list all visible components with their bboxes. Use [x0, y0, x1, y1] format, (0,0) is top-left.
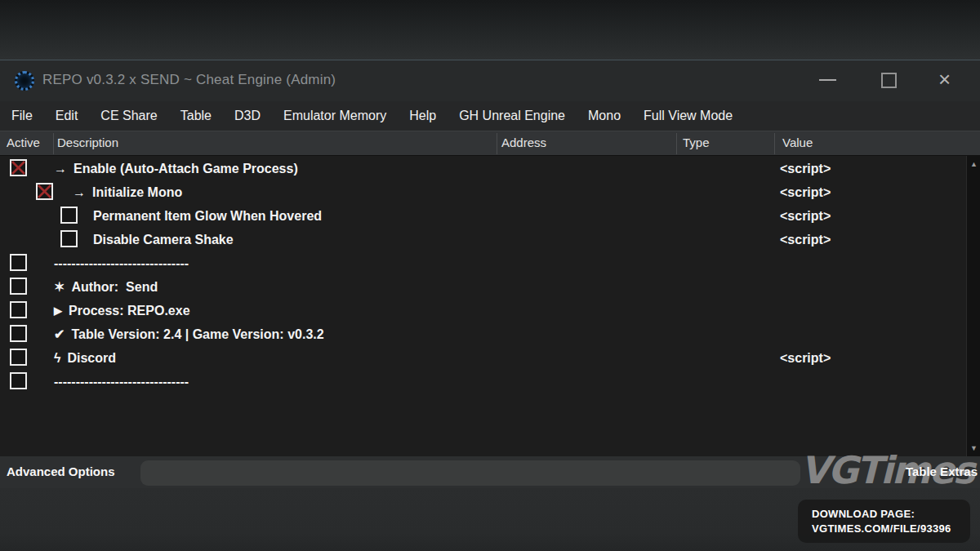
bolt-icon: ϟ: [54, 349, 60, 367]
table-row-version[interactable]: ✔ Table Version: 2.4 | Game Version: v0.…: [0, 322, 980, 346]
row-description: Author: Send: [71, 278, 158, 296]
row-description: Table Version: 2.4 | Game Version: v0.3.…: [71, 325, 323, 344]
status-strip: [140, 460, 800, 486]
desktop-background: [0, 0, 980, 60]
title-bar[interactable]: REPO v0.3.2 x SEND ~ Cheat Engine (Admin…: [0, 60, 980, 101]
column-header-active[interactable]: Active: [7, 136, 40, 149]
column-divider[interactable]: [53, 133, 54, 154]
column-divider[interactable]: [676, 133, 677, 154]
table-row-process[interactable]: ▶ Process: REPO.exe: [0, 299, 980, 322]
menu-mono[interactable]: Mono: [588, 109, 621, 123]
row-value: <script>: [780, 349, 831, 367]
active-checkbox[interactable]: [60, 230, 78, 247]
table-row-enable[interactable]: → Enable (Auto-Attach Game Process) <scr…: [0, 157, 980, 180]
menu-bar: File Edit CE Share Table D3D Emulator Me…: [0, 101, 980, 131]
column-header-address[interactable]: Address: [501, 136, 546, 149]
table-row-item-glow[interactable]: Permanent Item Glow When Hovered <script…: [0, 204, 980, 228]
menu-file[interactable]: File: [11, 109, 33, 123]
column-divider[interactable]: [774, 133, 775, 154]
column-header-value[interactable]: Value: [782, 136, 813, 149]
advanced-options-button[interactable]: Advanced Options: [7, 464, 115, 478]
row-description: -------------------------------: [54, 254, 189, 273]
row-value: <script>: [780, 207, 831, 225]
table-row-separator[interactable]: -------------------------------: [0, 370, 980, 393]
download-page-label: DOWNLOAD PAGE:: [812, 507, 960, 522]
table-row-discord[interactable]: ϟ Discord <script>: [0, 346, 980, 370]
active-checkbox[interactable]: [10, 372, 27, 389]
close-button[interactable]: ×: [938, 67, 951, 91]
active-checkbox[interactable]: [10, 325, 27, 342]
cheat-engine-icon: [15, 71, 34, 91]
arrow-right-icon: →: [73, 183, 86, 202]
check-icon: ✔: [54, 325, 65, 344]
table-row-initialize-mono[interactable]: → Initialize Mono <script>: [0, 180, 980, 204]
column-header-type[interactable]: Type: [683, 136, 710, 149]
vertical-scrollbar[interactable]: ▲ ▼: [966, 156, 980, 456]
active-checkbox[interactable]: [36, 183, 53, 200]
menu-emulator-memory[interactable]: Emulator Memory: [283, 109, 386, 123]
active-checkbox[interactable]: [10, 254, 27, 271]
table-extras-button[interactable]: Table Extras: [906, 464, 978, 478]
cheat-table: → Enable (Auto-Attach Game Process) <scr…: [0, 156, 980, 456]
maximize-button[interactable]: [881, 73, 897, 88]
scroll-up-button[interactable]: ▲: [967, 156, 980, 172]
active-checkbox[interactable]: [10, 349, 27, 366]
arrow-right-icon: →: [54, 159, 67, 178]
menu-table[interactable]: Table: [180, 109, 212, 123]
row-description: -------------------------------: [54, 372, 189, 391]
triangle-right-icon: ▶: [54, 301, 62, 320]
row-description: Initialize Mono: [92, 183, 182, 202]
table-row-separator[interactable]: -------------------------------: [0, 251, 980, 275]
row-description: Permanent Item Glow When Hovered: [93, 207, 322, 225]
row-description: Discord: [67, 349, 116, 367]
download-page-url: VGTIMES.COM/FILE/93396: [812, 522, 960, 536]
table-header: Active Description Address Type Value: [0, 131, 980, 156]
column-header-description[interactable]: Description: [57, 136, 118, 149]
row-description: Process: REPO.exe: [69, 301, 190, 320]
table-row-camera-shake[interactable]: Disable Camera Shake <script>: [0, 228, 980, 251]
active-checkbox[interactable]: [60, 207, 78, 224]
column-divider[interactable]: [497, 133, 497, 154]
menu-full-view-mode[interactable]: Full View Mode: [644, 109, 733, 123]
active-checkbox[interactable]: [10, 301, 27, 318]
row-value: <script>: [780, 159, 831, 178]
menu-ce-share[interactable]: CE Share: [100, 109, 157, 123]
star-icon: ✶: [54, 278, 65, 296]
row-description: Disable Camera Shake: [93, 230, 234, 249]
minimize-button[interactable]: [819, 79, 836, 81]
table-row-author[interactable]: ✶ Author: Send: [0, 275, 980, 299]
active-checkbox[interactable]: [10, 278, 27, 295]
menu-gh-unreal-engine[interactable]: GH Unreal Engine: [459, 109, 565, 123]
active-checkbox[interactable]: [10, 159, 27, 176]
menu-edit[interactable]: Edit: [56, 109, 78, 123]
window-title: REPO v0.3.2 x SEND ~ Cheat Engine (Admin…: [42, 72, 336, 88]
menu-help[interactable]: Help: [409, 109, 436, 123]
row-value: <script>: [780, 230, 831, 249]
download-page-badge: DOWNLOAD PAGE: VGTIMES.COM/FILE/93396: [798, 500, 970, 543]
row-description: Enable (Auto-Attach Game Process): [74, 159, 298, 178]
row-value: <script>: [780, 183, 831, 202]
menu-d3d[interactable]: D3D: [234, 109, 261, 123]
